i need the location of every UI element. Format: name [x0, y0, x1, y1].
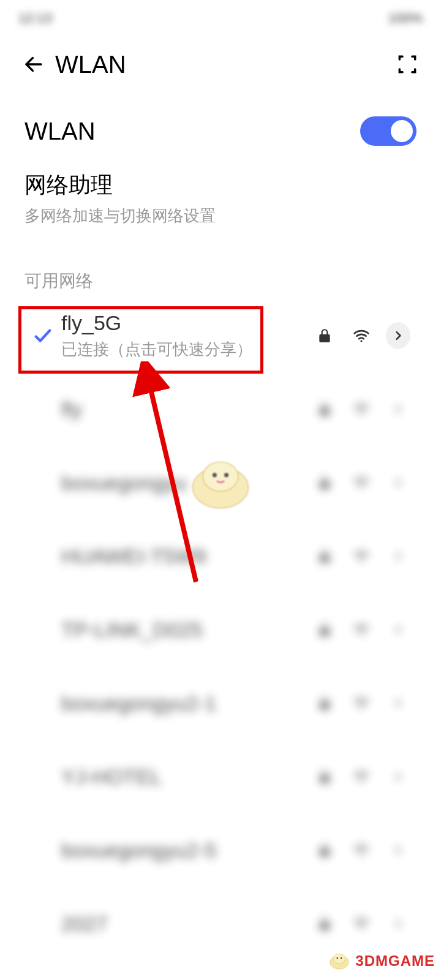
wlan-toggle-switch[interactable] [360, 116, 417, 146]
network-item[interactable]: YJ-HOTEL [24, 740, 417, 813]
network-detail-button[interactable] [386, 470, 410, 495]
network-icons [312, 397, 417, 421]
svg-point-17 [334, 954, 345, 963]
network-status: 已连接（点击可快速分享） [61, 339, 312, 360]
assistant-subtitle: 多网络加速与切换网络设置 [24, 205, 417, 227]
network-item[interactable]: fly [24, 372, 417, 446]
lock-icon [312, 764, 337, 789]
network-name: fly [61, 398, 312, 421]
svg-point-1 [360, 340, 362, 342]
network-item[interactable]: boxuegongyu2-5 [24, 813, 417, 887]
lock-icon [312, 911, 337, 936]
network-detail-button[interactable] [386, 323, 410, 348]
network-assistant-row[interactable]: 网络助理 多网络加速与切换网络设置 [24, 164, 417, 245]
network-info: 2027 [61, 912, 312, 936]
network-info: boxuegongyu2-1 [61, 692, 312, 715]
watermark-mascot-icon [327, 951, 352, 971]
network-list: fly_5G已连接（点击可快速分享）flyboxuegongyuHUAWEI-T… [24, 299, 417, 980]
wlan-label: WLAN [24, 118, 96, 145]
watermark-text: 3DMGAME [355, 952, 435, 970]
chevron-right-icon [392, 550, 404, 562]
svg-point-4 [360, 560, 362, 562]
network-item[interactable]: HUAWEI-T5W9 [24, 519, 417, 593]
lock-icon [312, 617, 337, 642]
connected-indicator [24, 325, 61, 346]
chevron-right-icon [392, 477, 404, 489]
svg-point-19 [341, 957, 342, 959]
network-name: TP-LINK_D025 [61, 618, 312, 642]
wifi-icon [349, 470, 374, 495]
scan-icon [396, 53, 419, 76]
chevron-right-icon [392, 918, 404, 930]
network-item[interactable]: boxuegongyu2-1 [24, 666, 417, 740]
network-detail-button[interactable] [386, 838, 410, 862]
network-icons [312, 323, 417, 348]
arrow-left-icon [23, 53, 45, 75]
wifi-icon [349, 764, 374, 789]
network-item[interactable]: boxuegongyu [24, 446, 417, 519]
watermark-bottom: 3DMGAME [321, 948, 441, 974]
svg-point-3 [360, 487, 362, 489]
status-time: 12:13 [18, 10, 52, 26]
network-detail-button[interactable] [386, 617, 410, 642]
network-name: boxuegongyu2-1 [61, 692, 312, 715]
lock-icon [312, 691, 337, 715]
status-battery: 100% [388, 10, 423, 26]
network-icons [312, 691, 417, 715]
network-item[interactable]: fly_5G已连接（点击可快速分享） [24, 299, 417, 372]
svg-point-18 [337, 957, 338, 959]
chevron-right-icon [392, 403, 404, 415]
assistant-title: 网络助理 [24, 170, 417, 200]
network-icons [312, 544, 417, 568]
network-detail-button[interactable] [386, 397, 410, 421]
wifi-icon [349, 691, 374, 715]
back-button[interactable] [18, 49, 49, 80]
svg-point-2 [360, 413, 362, 415]
network-item[interactable]: TP-LINK_D025 [24, 593, 417, 666]
network-icons [312, 617, 417, 642]
lock-icon [312, 470, 337, 495]
network-icons [312, 764, 417, 789]
chevron-right-icon [392, 624, 404, 636]
wifi-icon [349, 323, 374, 348]
network-name: boxuegongyu2-5 [61, 839, 312, 862]
chevron-right-icon [392, 697, 404, 709]
wifi-icon [349, 617, 374, 642]
status-bar: 12:13 100% [0, 0, 441, 37]
lock-icon [312, 323, 337, 348]
wifi-icon [349, 838, 374, 862]
svg-point-6 [360, 707, 362, 709]
network-detail-button[interactable] [386, 544, 410, 568]
lock-icon [312, 544, 337, 568]
scan-qr-button[interactable] [392, 49, 423, 80]
svg-point-5 [360, 634, 362, 636]
network-detail-button[interactable] [386, 911, 410, 936]
network-icons [312, 911, 417, 936]
content-area: WLAN 网络助理 多网络加速与切换网络设置 可用网络 fly_5G已连接（点击… [0, 92, 441, 980]
wifi-icon [349, 544, 374, 568]
network-name: 2027 [61, 912, 312, 936]
page-title: WLAN [55, 51, 126, 78]
network-info: boxuegongyu [61, 471, 312, 495]
network-info: boxuegongyu2-5 [61, 839, 312, 862]
network-name: boxuegongyu [61, 471, 312, 495]
network-detail-button[interactable] [386, 691, 410, 715]
network-name: YJ-HOTEL [61, 765, 312, 789]
network-info: fly_5G已连接（点击可快速分享） [61, 311, 312, 360]
chevron-right-icon [392, 771, 404, 783]
wifi-icon [349, 911, 374, 936]
chevron-right-icon [392, 330, 404, 342]
network-icons [312, 470, 417, 495]
chevron-right-icon [392, 844, 404, 856]
network-info: fly [61, 398, 312, 421]
network-icons [312, 838, 417, 862]
svg-point-7 [360, 781, 362, 783]
app-header: WLAN [0, 37, 441, 92]
wlan-toggle-row[interactable]: WLAN [24, 92, 417, 164]
lock-icon [312, 397, 337, 421]
network-info: TP-LINK_D025 [61, 618, 312, 642]
network-info: HUAWEI-T5W9 [61, 545, 312, 568]
wifi-icon [349, 397, 374, 421]
check-icon [32, 325, 53, 346]
network-detail-button[interactable] [386, 764, 410, 789]
